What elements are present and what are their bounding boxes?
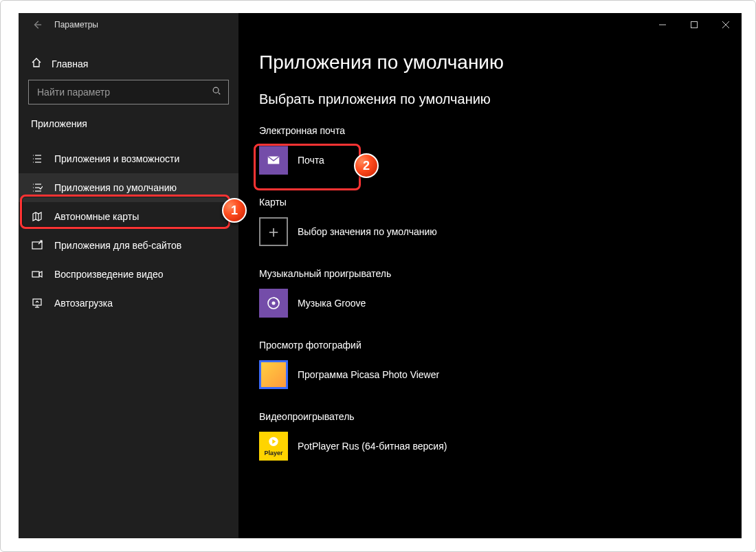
window-title: Параметры [54,20,98,30]
sidebar-item-apps-for-websites[interactable]: Приложения для веб-сайтов [19,231,238,260]
close-icon [722,21,730,29]
group-label: Карты [259,197,721,208]
search-box[interactable] [28,80,229,104]
app-name: PotPlayer Rus (64-битная версия) [298,441,447,452]
page-subtitle: Выбрать приложения по умолчанию [259,91,721,107]
svg-point-5 [213,87,219,93]
home-link[interactable]: Главная [19,53,238,80]
home-icon [31,57,42,70]
groove-music-icon [259,289,288,318]
group-label: Видеопроигрыватель [259,411,721,422]
group-music: Музыкальный проигрыватель Музыка Groove [259,268,721,319]
default-app-video[interactable]: Player PotPlayer Rus (64-битная версия) [259,430,493,462]
sidebar-item-label: Приложения и возможности [54,153,179,164]
group-email: Электронная почта Почта [259,125,721,176]
startup-icon [31,297,43,309]
website-icon [31,239,43,252]
picasa-icon [259,360,288,389]
group-label: Музыкальный проигрыватель [259,268,721,279]
svg-line-6 [219,93,221,95]
default-app-music[interactable]: Музыка Groove [259,287,493,319]
sidebar-item-default-apps[interactable]: Приложения по умолчанию [19,173,238,202]
sidebar-item-label: Воспроизведение видео [54,269,163,280]
back-button[interactable] [31,19,43,31]
svg-rect-23 [32,272,39,277]
sidebar-item-label: Автономные карты [54,211,139,222]
group-maps: Карты ＋ Выбор значения по умолчанию [259,197,721,247]
home-label: Главная [52,58,88,69]
settings-window: Параметры Главная [19,13,742,538]
page-title: Приложения по умолчанию [259,52,721,74]
map-icon [31,210,43,223]
sidebar-item-label: Приложения по умолчанию [54,182,177,193]
svg-rect-21 [32,242,42,249]
list-icon [31,153,43,165]
close-button[interactable] [710,13,742,36]
plus-icon: ＋ [259,217,288,246]
minimize-icon [658,21,667,29]
maximize-button[interactable] [678,13,710,36]
search-icon [212,86,221,98]
main-content: Приложения по умолчанию Выбрать приложен… [238,13,742,538]
titlebar: Параметры [19,13,742,36]
defaults-icon [31,181,43,194]
app-name: Выбор значения по умолчанию [298,226,437,237]
sidebar-item-video-playback[interactable]: Воспроизведение видео [19,260,238,289]
app-name: Музыка Groove [298,298,366,309]
section-heading: Приложения [19,118,238,139]
maximize-icon [690,21,698,29]
svg-point-30 [272,302,276,305]
search-input[interactable] [36,86,212,98]
svg-rect-2 [691,22,698,28]
default-app-email[interactable]: Почта [259,144,493,176]
app-name: Почта [298,155,324,166]
group-label: Электронная почта [259,125,721,136]
sidebar-item-offline-maps[interactable]: Автономные карты [19,202,238,231]
video-icon [31,268,43,280]
sidebar-item-label: Автозагрузка [54,298,113,309]
default-app-photos[interactable]: Программа Picasa Photo Viewer [259,359,493,390]
default-app-maps[interactable]: ＋ Выбор значения по умолчанию [259,216,493,247]
sidebar: Главная Приложения Приложения и возможно… [19,13,238,538]
minimize-button[interactable] [647,13,678,36]
sidebar-nav: Приложения и возможности Приложения по у… [19,139,238,318]
svg-marker-24 [39,272,42,277]
sidebar-item-label: Приложения для веб-сайтов [54,240,181,251]
group-label: Просмотр фотографий [259,340,721,351]
potplayer-icon: Player [259,432,288,461]
group-video: Видеопроигрыватель Player PotPlayer Rus … [259,411,721,462]
sidebar-item-startup[interactable]: Автозагрузка [19,289,238,318]
sidebar-item-apps-and-features[interactable]: Приложения и возможности [19,144,238,173]
mail-app-icon [259,146,288,175]
app-name: Программа Picasa Photo Viewer [298,369,439,380]
group-photos: Просмотр фотографий Программа Picasa Pho… [259,340,721,390]
svg-rect-25 [33,299,41,305]
arrow-left-icon [32,20,42,30]
